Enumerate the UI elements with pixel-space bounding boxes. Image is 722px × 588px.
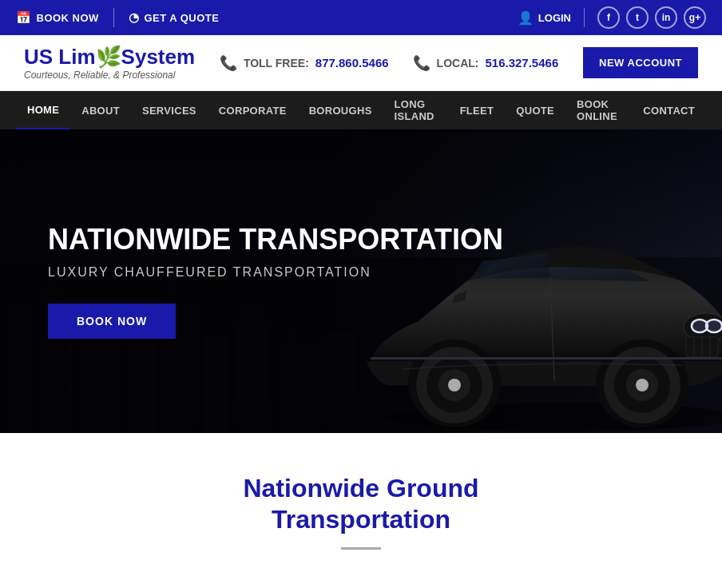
site-logo: US Lim🌿System Courteous, Reliable, & Pro… bbox=[24, 45, 195, 81]
hero-content: NATIONWIDE TRANSPORTATION LUXURY CHAUFFE… bbox=[0, 224, 551, 339]
site-header: US Lim🌿System Courteous, Reliable, & Pro… bbox=[0, 35, 722, 91]
get-quote-label: GET A QUOTE bbox=[144, 12, 219, 24]
svg-rect-40 bbox=[371, 357, 722, 360]
top-bar-right: 👤 LOGIN f t in g+ bbox=[518, 6, 706, 29]
svg-point-29 bbox=[636, 379, 649, 391]
section-title-line2: Transportation bbox=[272, 505, 450, 534]
nav-boroughs[interactable]: BOROUGHS bbox=[298, 91, 383, 129]
login-label: LOGIN bbox=[538, 12, 571, 24]
nationwide-section: Nationwide Ground Transportation bbox=[0, 433, 722, 574]
nav-corporate[interactable]: CORPORATE bbox=[208, 91, 298, 129]
logo-leaf-icon: 🌿 bbox=[96, 45, 121, 69]
toll-free-phone: 📞 TOLL FREE: 877.860.5466 bbox=[220, 54, 389, 72]
logo-text-part2: System bbox=[121, 45, 196, 69]
linkedin-icon[interactable]: in bbox=[655, 6, 677, 29]
section-title: Nationwide Ground Transportation bbox=[16, 473, 706, 534]
book-now-label: BOOK NOW bbox=[37, 12, 99, 24]
phone-icon-1: 📞 bbox=[220, 54, 237, 72]
toll-free-number[interactable]: 877.860.5466 bbox=[315, 56, 389, 70]
quote-icon: ◔ bbox=[129, 10, 140, 25]
local-label: LOCAL: bbox=[437, 57, 479, 70]
section-title-line1: Nationwide Ground bbox=[243, 474, 478, 503]
hero-book-button[interactable]: BOOK NOW bbox=[48, 304, 176, 339]
calendar-icon: 📅 bbox=[16, 10, 32, 25]
nav-book-online[interactable]: BOOK ONLINE bbox=[565, 91, 632, 129]
nav-long-island[interactable]: LONG ISLAND bbox=[383, 91, 449, 129]
svg-point-33 bbox=[692, 320, 708, 332]
hero-subtitle: LUXURY CHAUFFEURED TRANSPORTATION bbox=[48, 265, 503, 280]
top-bar-divider-2 bbox=[584, 8, 585, 27]
logo-subtitle: Courteous, Reliable, & Professional bbox=[24, 70, 195, 81]
nav-services[interactable]: SERVICES bbox=[131, 91, 208, 129]
user-icon: 👤 bbox=[518, 10, 534, 26]
nav-about[interactable]: ABOUT bbox=[70, 91, 131, 129]
book-now-link[interactable]: 📅 BOOK NOW bbox=[16, 10, 113, 25]
nav-fleet[interactable]: FLEET bbox=[449, 91, 506, 129]
get-quote-link[interactable]: ◔ GET A QUOTE bbox=[114, 10, 234, 25]
twitter-icon[interactable]: t bbox=[626, 6, 649, 29]
hero-section: NATIONWIDE TRANSPORTATION LUXURY CHAUFFE… bbox=[0, 129, 722, 433]
local-phone: 📞 LOCAL: 516.327.5466 bbox=[413, 54, 559, 72]
new-account-button[interactable]: NEW ACCOUNT bbox=[583, 47, 698, 78]
header-phones: 📞 TOLL FREE: 877.860.5466 📞 LOCAL: 516.3… bbox=[220, 54, 558, 72]
nav-quote[interactable]: QUOTE bbox=[505, 91, 565, 129]
nav-contact[interactable]: CONTACT bbox=[632, 91, 706, 129]
googleplus-icon[interactable]: g+ bbox=[684, 6, 706, 29]
toll-free-label: TOLL FREE: bbox=[244, 57, 309, 70]
hero-title: NATIONWIDE TRANSPORTATION bbox=[48, 224, 503, 256]
top-bar-left: 📅 BOOK NOW ◔ GET A QUOTE bbox=[16, 8, 234, 27]
logo-title: US Lim🌿System bbox=[24, 45, 195, 70]
social-icons: f t in g+ bbox=[597, 6, 706, 29]
nav-home[interactable]: HOME bbox=[16, 91, 70, 129]
svg-point-34 bbox=[706, 320, 722, 332]
facebook-icon[interactable]: f bbox=[597, 6, 620, 29]
local-number[interactable]: 516.327.5466 bbox=[485, 56, 558, 70]
svg-point-25 bbox=[448, 379, 461, 391]
main-nav: HOME ABOUT SERVICES CORPORATE BOROUGHS L… bbox=[0, 91, 722, 129]
login-link[interactable]: 👤 LOGIN bbox=[518, 10, 571, 26]
top-bar: 📅 BOOK NOW ◔ GET A QUOTE 👤 LOGIN f t in … bbox=[0, 0, 722, 35]
logo-text-part1: US Lim bbox=[24, 45, 96, 69]
section-divider bbox=[341, 547, 381, 550]
phone-icon-2: 📞 bbox=[413, 54, 430, 72]
